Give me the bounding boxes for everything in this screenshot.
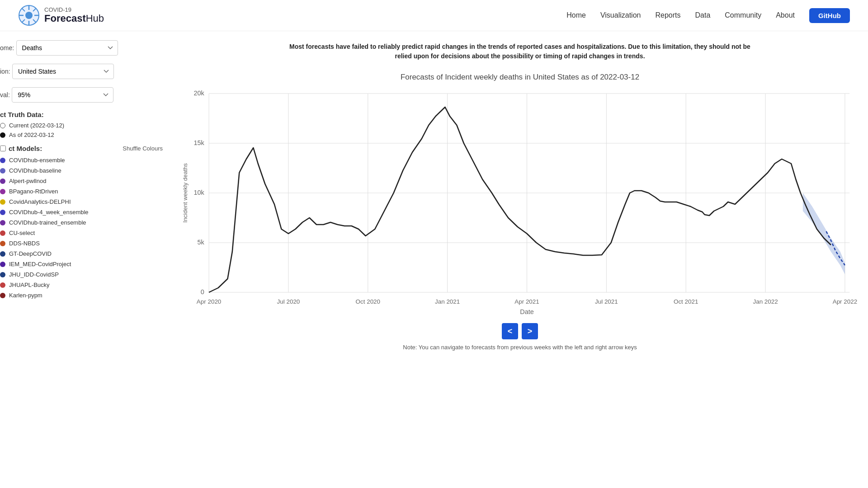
models-select-all-checkbox[interactable]: [0, 145, 6, 151]
svg-text:Apr 2020: Apr 2020: [197, 298, 222, 305]
svg-point-1: [25, 12, 33, 19]
svg-text:Apr 2022: Apr 2022: [833, 298, 858, 305]
model-item: JHU_IDD-CovidSP: [0, 271, 161, 278]
main-chart-svg: 0 5k 10k 15k 20k Apr 2020 Jul 2020 Oct 2…: [181, 89, 859, 315]
model-name-label: COVIDhub-baseline: [9, 167, 61, 174]
truth-current-row: Current (2022-03-12): [0, 122, 163, 129]
model-color-dot: [0, 230, 5, 236]
nav-home[interactable]: Home: [566, 11, 586, 19]
nav-community[interactable]: Community: [725, 11, 761, 19]
model-name-label: COVIDhub-ensemble: [9, 157, 65, 164]
model-name-label: Karlen-pypm: [9, 292, 42, 299]
outcome-label: ome:: [0, 44, 14, 52]
truth-title: ct Truth Data:: [0, 111, 163, 118]
interval-select[interactable]: 95% 50% None: [12, 87, 113, 103]
main-nav: Home Visualization Reports Data Communit…: [566, 8, 850, 23]
truth-asof-row: As of 2022-03-12: [0, 131, 163, 138]
svg-text:Jan 2021: Jan 2021: [435, 298, 460, 305]
location-select[interactable]: United States Alabama Alaska: [12, 64, 114, 79]
right-content: Most forecasts have failed to reliably p…: [172, 31, 868, 358]
model-item: CovidAnalytics-DELPHI: [0, 198, 161, 205]
outcome-group: ome: Deaths Cases Hospitalizations: [0, 40, 163, 56]
chart-title: Forecasts of Incident weekly deaths in U…: [181, 73, 859, 82]
prev-week-button[interactable]: <: [502, 323, 518, 339]
truth-asof-dot: [0, 132, 5, 138]
model-item: COVIDhub-4_week_ensemble: [0, 209, 161, 216]
model-item: IEM_MED-CovidProject: [0, 261, 161, 267]
logo-covid-text: COVID-19: [44, 7, 104, 13]
nav-about[interactable]: About: [776, 11, 795, 19]
outcome-select[interactable]: Deaths Cases Hospitalizations: [16, 40, 118, 56]
model-item: COVIDhub-trained_ensemble: [0, 219, 161, 226]
model-item: COVIDhub-ensemble: [0, 157, 161, 164]
model-color-dot: [0, 282, 5, 288]
model-color-dot: [0, 251, 5, 257]
model-color-dot: [0, 220, 5, 225]
truth-current-label: Current (2022-03-12): [9, 122, 64, 129]
model-name-label: IEM_MED-CovidProject: [9, 261, 71, 267]
location-label: ion:: [0, 68, 10, 75]
truth-asof-label: As of 2022-03-12: [9, 131, 54, 138]
svg-text:5k: 5k: [197, 239, 204, 246]
model-name-label: GT-DeepCOVID: [9, 250, 52, 257]
model-name-label: DDS-NBDS: [9, 240, 40, 247]
models-header: ct Models: Shuffle Colours: [0, 145, 163, 152]
model-list: COVIDhub-ensemble COVIDhub-baseline Alpe…: [0, 157, 163, 302]
models-section: ct Models: Shuffle Colours COVIDhub-ense…: [0, 145, 163, 302]
model-name-label: COVIDhub-trained_ensemble: [9, 219, 86, 226]
model-name-label: COVIDhub-4_week_ensemble: [9, 209, 89, 216]
model-color-dot: [0, 178, 5, 184]
header: COVID-19 ForecastHub Home Visualization …: [0, 0, 868, 31]
truth-section: ct Truth Data: Current (2022-03-12) As o…: [0, 111, 163, 138]
svg-text:0: 0: [201, 288, 204, 296]
model-color-dot: [0, 158, 5, 163]
svg-text:Jan 2022: Jan 2022: [753, 298, 778, 305]
logo-text: COVID-19 ForecastHub: [44, 7, 104, 24]
chart-wrapper: 0 5k 10k 15k 20k Apr 2020 Jul 2020 Oct 2…: [181, 89, 859, 315]
github-button[interactable]: GitHub: [809, 8, 850, 23]
svg-text:Jul 2021: Jul 2021: [595, 298, 618, 305]
model-name-label: CovidAnalytics-DELPHI: [9, 198, 71, 205]
location-group: ion: United States Alabama Alaska: [0, 64, 163, 79]
interval-group: val: 95% 50% None: [0, 87, 163, 103]
logo-icon: [18, 5, 40, 26]
model-item: COVIDhub-baseline: [0, 167, 161, 174]
model-name-label: BPagano-RtDriven: [9, 188, 58, 195]
truth-current-dot: [0, 123, 5, 128]
svg-text:10k: 10k: [193, 189, 204, 196]
model-name-label: JHU_IDD-CovidSP: [9, 271, 59, 278]
models-title: ct Models:: [0, 145, 42, 152]
interval-label: val:: [0, 91, 10, 99]
nav-visualization[interactable]: Visualization: [600, 11, 641, 19]
model-color-dot: [0, 199, 5, 205]
main-content: ome: Deaths Cases Hospitalizations ion: …: [0, 31, 868, 358]
left-panel: ome: Deaths Cases Hospitalizations ion: …: [0, 31, 172, 358]
model-item: GT-DeepCOVID: [0, 250, 161, 257]
logo-area: COVID-19 ForecastHub: [18, 5, 104, 26]
shuffle-colours-button[interactable]: Shuffle Colours: [123, 145, 163, 152]
svg-text:Oct 2021: Oct 2021: [674, 298, 698, 305]
nav-data[interactable]: Data: [695, 11, 710, 19]
svg-text:20k: 20k: [193, 89, 204, 97]
model-color-dot: [0, 272, 5, 277]
model-item: Alpert-pwllnod: [0, 178, 161, 184]
svg-text:Date: Date: [520, 308, 534, 315]
warning-banner: Most forecasts have failed to reliably p…: [283, 38, 757, 68]
svg-text:Jul 2020: Jul 2020: [277, 298, 300, 305]
model-color-dot: [0, 210, 5, 215]
nav-buttons: < >: [181, 323, 859, 339]
model-color-dot: [0, 189, 5, 194]
model-color-dot: [0, 168, 5, 174]
model-name-label: Alpert-pwllnod: [9, 178, 46, 184]
svg-text:Incident weekly deaths: Incident weekly deaths: [182, 163, 189, 223]
next-week-button[interactable]: >: [522, 323, 538, 339]
logo-forecasthub-text: ForecastHub: [44, 13, 104, 24]
model-name-label: JHUAPL-Bucky: [9, 282, 50, 288]
model-color-dot: [0, 241, 5, 246]
svg-text:Apr 2021: Apr 2021: [514, 298, 539, 305]
model-item: DDS-NBDS: [0, 240, 161, 247]
nav-reports[interactable]: Reports: [655, 11, 680, 19]
model-item: JHUAPL-Bucky: [0, 282, 161, 288]
model-color-dot: [0, 262, 5, 267]
model-item: BPagano-RtDriven: [0, 188, 161, 195]
